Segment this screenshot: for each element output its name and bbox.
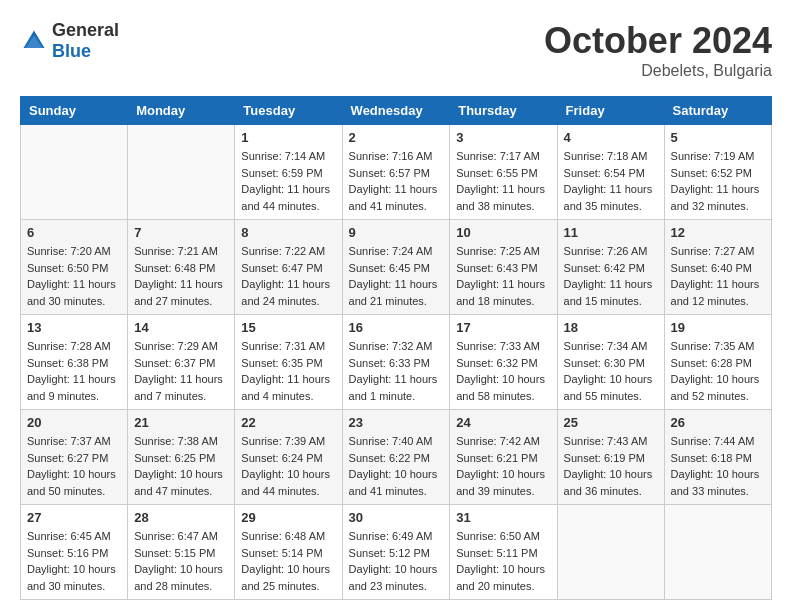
calendar-cell: 19Sunrise: 7:35 AMSunset: 6:28 PMDayligh…	[664, 315, 771, 410]
day-info: Sunrise: 7:37 AMSunset: 6:27 PMDaylight:…	[27, 433, 121, 499]
day-number: 1	[241, 130, 335, 145]
calendar-cell: 29Sunrise: 6:48 AMSunset: 5:14 PMDayligh…	[235, 505, 342, 600]
day-info: Sunrise: 7:28 AMSunset: 6:38 PMDaylight:…	[27, 338, 121, 404]
week-row-2: 6Sunrise: 7:20 AMSunset: 6:50 PMDaylight…	[21, 220, 772, 315]
day-info: Sunrise: 7:27 AMSunset: 6:40 PMDaylight:…	[671, 243, 765, 309]
logo-icon	[20, 27, 48, 55]
day-info: Sunrise: 7:40 AMSunset: 6:22 PMDaylight:…	[349, 433, 444, 499]
day-info: Sunrise: 7:34 AMSunset: 6:30 PMDaylight:…	[564, 338, 658, 404]
day-number: 12	[671, 225, 765, 240]
day-info: Sunrise: 6:45 AMSunset: 5:16 PMDaylight:…	[27, 528, 121, 594]
day-number: 17	[456, 320, 550, 335]
day-info: Sunrise: 7:19 AMSunset: 6:52 PMDaylight:…	[671, 148, 765, 214]
day-number: 8	[241, 225, 335, 240]
calendar-cell: 2Sunrise: 7:16 AMSunset: 6:57 PMDaylight…	[342, 125, 450, 220]
title-section: October 2024 Debelets, Bulgaria	[544, 20, 772, 80]
day-info: Sunrise: 7:44 AMSunset: 6:18 PMDaylight:…	[671, 433, 765, 499]
location-title: Debelets, Bulgaria	[544, 62, 772, 80]
day-number: 11	[564, 225, 658, 240]
calendar-cell: 21Sunrise: 7:38 AMSunset: 6:25 PMDayligh…	[128, 410, 235, 505]
day-number: 14	[134, 320, 228, 335]
day-info: Sunrise: 7:24 AMSunset: 6:45 PMDaylight:…	[349, 243, 444, 309]
day-info: Sunrise: 7:16 AMSunset: 6:57 PMDaylight:…	[349, 148, 444, 214]
day-info: Sunrise: 7:18 AMSunset: 6:54 PMDaylight:…	[564, 148, 658, 214]
day-info: Sunrise: 7:20 AMSunset: 6:50 PMDaylight:…	[27, 243, 121, 309]
logo-blue: Blue	[52, 41, 91, 61]
weekday-header-tuesday: Tuesday	[235, 97, 342, 125]
weekday-header-wednesday: Wednesday	[342, 97, 450, 125]
day-info: Sunrise: 7:17 AMSunset: 6:55 PMDaylight:…	[456, 148, 550, 214]
calendar-cell: 17Sunrise: 7:33 AMSunset: 6:32 PMDayligh…	[450, 315, 557, 410]
calendar-cell: 26Sunrise: 7:44 AMSunset: 6:18 PMDayligh…	[664, 410, 771, 505]
day-number: 4	[564, 130, 658, 145]
calendar-cell: 13Sunrise: 7:28 AMSunset: 6:38 PMDayligh…	[21, 315, 128, 410]
day-number: 20	[27, 415, 121, 430]
day-number: 27	[27, 510, 121, 525]
calendar-cell: 7Sunrise: 7:21 AMSunset: 6:48 PMDaylight…	[128, 220, 235, 315]
weekday-header-saturday: Saturday	[664, 97, 771, 125]
day-info: Sunrise: 7:38 AMSunset: 6:25 PMDaylight:…	[134, 433, 228, 499]
calendar-cell: 28Sunrise: 6:47 AMSunset: 5:15 PMDayligh…	[128, 505, 235, 600]
day-number: 24	[456, 415, 550, 430]
logo-text: General Blue	[52, 20, 119, 62]
day-info: Sunrise: 7:22 AMSunset: 6:47 PMDaylight:…	[241, 243, 335, 309]
day-info: Sunrise: 7:31 AMSunset: 6:35 PMDaylight:…	[241, 338, 335, 404]
day-info: Sunrise: 7:32 AMSunset: 6:33 PMDaylight:…	[349, 338, 444, 404]
day-number: 9	[349, 225, 444, 240]
day-number: 19	[671, 320, 765, 335]
calendar-cell: 30Sunrise: 6:49 AMSunset: 5:12 PMDayligh…	[342, 505, 450, 600]
day-info: Sunrise: 7:42 AMSunset: 6:21 PMDaylight:…	[456, 433, 550, 499]
calendar-cell: 1Sunrise: 7:14 AMSunset: 6:59 PMDaylight…	[235, 125, 342, 220]
day-number: 30	[349, 510, 444, 525]
day-info: Sunrise: 7:14 AMSunset: 6:59 PMDaylight:…	[241, 148, 335, 214]
calendar-cell: 9Sunrise: 7:24 AMSunset: 6:45 PMDaylight…	[342, 220, 450, 315]
day-number: 3	[456, 130, 550, 145]
calendar-cell: 23Sunrise: 7:40 AMSunset: 6:22 PMDayligh…	[342, 410, 450, 505]
month-title: October 2024	[544, 20, 772, 62]
calendar-cell: 15Sunrise: 7:31 AMSunset: 6:35 PMDayligh…	[235, 315, 342, 410]
day-info: Sunrise: 7:43 AMSunset: 6:19 PMDaylight:…	[564, 433, 658, 499]
day-number: 13	[27, 320, 121, 335]
calendar-cell	[664, 505, 771, 600]
calendar-cell: 27Sunrise: 6:45 AMSunset: 5:16 PMDayligh…	[21, 505, 128, 600]
calendar-cell: 8Sunrise: 7:22 AMSunset: 6:47 PMDaylight…	[235, 220, 342, 315]
weekday-header-friday: Friday	[557, 97, 664, 125]
calendar-cell: 6Sunrise: 7:20 AMSunset: 6:50 PMDaylight…	[21, 220, 128, 315]
day-info: Sunrise: 6:49 AMSunset: 5:12 PMDaylight:…	[349, 528, 444, 594]
weekday-header-row: SundayMondayTuesdayWednesdayThursdayFrid…	[21, 97, 772, 125]
calendar-cell	[21, 125, 128, 220]
day-number: 15	[241, 320, 335, 335]
calendar-cell: 20Sunrise: 7:37 AMSunset: 6:27 PMDayligh…	[21, 410, 128, 505]
day-info: Sunrise: 6:48 AMSunset: 5:14 PMDaylight:…	[241, 528, 335, 594]
day-number: 6	[27, 225, 121, 240]
week-row-1: 1Sunrise: 7:14 AMSunset: 6:59 PMDaylight…	[21, 125, 772, 220]
day-info: Sunrise: 7:35 AMSunset: 6:28 PMDaylight:…	[671, 338, 765, 404]
calendar-cell: 16Sunrise: 7:32 AMSunset: 6:33 PMDayligh…	[342, 315, 450, 410]
day-number: 2	[349, 130, 444, 145]
calendar-cell: 31Sunrise: 6:50 AMSunset: 5:11 PMDayligh…	[450, 505, 557, 600]
week-row-3: 13Sunrise: 7:28 AMSunset: 6:38 PMDayligh…	[21, 315, 772, 410]
calendar-cell: 11Sunrise: 7:26 AMSunset: 6:42 PMDayligh…	[557, 220, 664, 315]
day-number: 25	[564, 415, 658, 430]
calendar-cell: 12Sunrise: 7:27 AMSunset: 6:40 PMDayligh…	[664, 220, 771, 315]
day-number: 7	[134, 225, 228, 240]
calendar-cell: 14Sunrise: 7:29 AMSunset: 6:37 PMDayligh…	[128, 315, 235, 410]
day-number: 31	[456, 510, 550, 525]
calendar-cell: 25Sunrise: 7:43 AMSunset: 6:19 PMDayligh…	[557, 410, 664, 505]
day-number: 21	[134, 415, 228, 430]
calendar-cell: 24Sunrise: 7:42 AMSunset: 6:21 PMDayligh…	[450, 410, 557, 505]
day-info: Sunrise: 7:25 AMSunset: 6:43 PMDaylight:…	[456, 243, 550, 309]
day-number: 16	[349, 320, 444, 335]
calendar-cell: 5Sunrise: 7:19 AMSunset: 6:52 PMDaylight…	[664, 125, 771, 220]
calendar-cell: 4Sunrise: 7:18 AMSunset: 6:54 PMDaylight…	[557, 125, 664, 220]
logo-general: General	[52, 20, 119, 40]
weekday-header-thursday: Thursday	[450, 97, 557, 125]
day-number: 5	[671, 130, 765, 145]
day-number: 26	[671, 415, 765, 430]
day-number: 18	[564, 320, 658, 335]
weekday-header-monday: Monday	[128, 97, 235, 125]
calendar-cell	[557, 505, 664, 600]
day-info: Sunrise: 7:29 AMSunset: 6:37 PMDaylight:…	[134, 338, 228, 404]
calendar-table: SundayMondayTuesdayWednesdayThursdayFrid…	[20, 96, 772, 600]
calendar-cell	[128, 125, 235, 220]
